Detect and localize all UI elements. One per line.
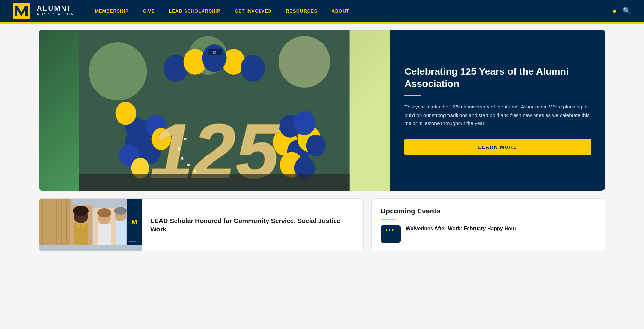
michigan-m-logo: [13, 3, 30, 19]
event-item: FEB Wolverines After Work: February Happ…: [381, 225, 596, 243]
nav-item-give[interactable]: GIVE: [136, 0, 162, 22]
svg-point-47: [73, 206, 89, 216]
svg-rect-34: [79, 174, 350, 191]
logo-alumni-label: ALUMNI: [37, 5, 75, 12]
svg-text:M: M: [131, 218, 137, 226]
svg-point-56: [114, 207, 127, 215]
events-card: Upcoming Events FEB Wolverines After Wor…: [371, 198, 605, 251]
svg-point-52: [97, 208, 111, 217]
hero-cta-button[interactable]: LEARN MORE: [404, 139, 591, 155]
balloon-decoration: 125 125 M: [39, 30, 390, 191]
svg-point-30: [184, 138, 187, 140]
navbar: ALUMNI ASSOCIATION MEMBERSHIP GIVE LEAD …: [0, 0, 644, 22]
news-headline: LEAD Scholar Honored for Community Servi…: [150, 217, 355, 233]
account-icon[interactable]: ●: [612, 7, 617, 15]
news-card-image: M: [39, 199, 142, 251]
svg-point-3: [279, 36, 330, 88]
svg-rect-48: [74, 223, 88, 245]
logo-association-label: ASSOCIATION: [37, 12, 75, 17]
svg-point-31: [181, 157, 184, 160]
bottom-section: M LEAD Scholar Honored for Community Ser…: [39, 198, 605, 258]
news-image-illustration: M: [39, 199, 142, 245]
logo-text: ALUMNI ASSOCIATION: [33, 5, 75, 17]
hero-background: 125 125 M: [39, 30, 390, 191]
nav-item-lead-scholarship[interactable]: LEAD SCHOLARSHIP: [162, 0, 228, 22]
svg-point-19: [306, 135, 326, 156]
logo-link[interactable]: ALUMNI ASSOCIATION: [13, 3, 75, 19]
nav-item-membership[interactable]: MEMBERSHIP: [88, 0, 136, 22]
nav-menu: MEMBERSHIP GIVE LEAD SCHOLARSHIP GET INV…: [88, 0, 612, 22]
svg-rect-57: [116, 221, 126, 245]
event-name: Wolverines After Work: February Happy Ho…: [406, 225, 516, 232]
navbar-icons: ● 🔍: [612, 7, 631, 15]
nav-item-about[interactable]: ABOUT: [325, 0, 356, 22]
svg-point-2: [89, 42, 147, 100]
events-title: Upcoming Events: [381, 207, 596, 215]
news-card-text: LEAD Scholar Honored for Community Servi…: [142, 199, 363, 251]
nav-item-get-involved[interactable]: GET INVOLVED: [228, 0, 279, 22]
svg-point-11: [116, 102, 136, 125]
event-month: FEB: [384, 228, 397, 232]
hero-section: 125 125 M Celebrating 125 Years: [39, 30, 605, 191]
hero-content-panel: Celebrating 125 Years of the Alumni Asso…: [390, 30, 605, 191]
hero-image: 125 125 M: [39, 30, 390, 191]
svg-text:M: M: [213, 50, 217, 55]
event-day: [384, 232, 397, 240]
svg-point-26: [241, 55, 265, 82]
search-icon[interactable]: 🔍: [622, 7, 631, 15]
nav-item-resources[interactable]: RESOURCES: [279, 0, 325, 22]
svg-point-33: [194, 170, 196, 173]
svg-point-32: [187, 164, 190, 166]
svg-point-35: [202, 44, 227, 71]
svg-point-18: [294, 111, 316, 135]
hero-title: Celebrating 125 Years of the Alumni Asso…: [404, 65, 591, 89]
events-divider: [381, 219, 396, 220]
event-date-badge: FEB: [381, 225, 401, 243]
svg-rect-53: [98, 224, 111, 245]
hero-body-text: This year marks the 125th anniversary of…: [404, 103, 591, 127]
news-card: M LEAD Scholar Honored for Community Ser…: [39, 198, 364, 251]
hero-divider: [404, 95, 421, 96]
yellow-stripe: [0, 22, 644, 24]
svg-point-29: [178, 147, 180, 150]
